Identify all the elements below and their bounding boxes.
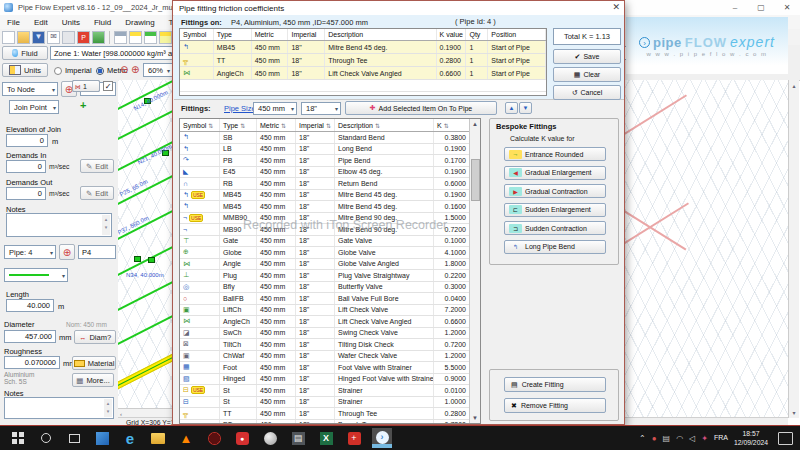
gray-app-icon[interactable] xyxy=(260,428,280,448)
pipe-items-checkbox[interactable]: ✓ xyxy=(103,81,113,91)
save-button[interactable]: ✔ Save xyxy=(553,49,621,64)
tray-recorder-icon[interactable]: ● xyxy=(652,434,657,443)
fitting-row[interactable]: ▣ USE ChWaf 450 mm 18" Wafer Check Valve… xyxy=(180,351,480,363)
task-view-button[interactable] xyxy=(64,428,84,448)
col-imperial[interactable]: Imperial⇅ xyxy=(296,119,335,131)
book-app-icon[interactable]: ▤ xyxy=(288,428,308,448)
fitting-row[interactable]: ◪ USE SwCh 450 mm 18" Swing Check Valve … xyxy=(180,328,480,340)
photos-app-icon[interactable] xyxy=(92,428,112,448)
save-file-icon[interactable]: ▼ xyxy=(32,31,45,44)
menu-item[interactable]: File xyxy=(0,18,27,27)
menu-item[interactable]: Edit xyxy=(27,18,55,27)
join-point-select[interactable]: Join Point▾ xyxy=(9,100,59,114)
fitting-on-row[interactable]: ⋈ AngleCh 450 mm 18" Lift Check Valve An… xyxy=(180,67,546,80)
pipe-table-icon[interactable] xyxy=(144,31,157,44)
demands-out-input[interactable]: 0 xyxy=(6,187,46,200)
sudden-contraction-button[interactable]: ⊐ Sudden Contraction xyxy=(504,221,606,235)
fitting-row[interactable]: ⊕ USE Globe 450 mm 18" Globe Valve 4.100… xyxy=(180,247,480,259)
pipe-style-select[interactable]: ▾ xyxy=(4,268,68,282)
roughness-input[interactable]: 0.070000 xyxy=(4,356,60,369)
cortana-search-button[interactable] xyxy=(36,428,56,448)
clear-button[interactable]: ▦ Clear xyxy=(553,67,621,82)
dialog-close-icon[interactable]: ✕ xyxy=(612,2,620,12)
pipe-notes-scroll[interactable]: ▴▾ xyxy=(104,399,112,417)
fitting-row[interactable]: ▣ USE LiftCh 450 mm 18" Lift Check Valve… xyxy=(180,305,480,317)
fitting-row[interactable]: ⊠ USE TiltCh 450 mm 18" Tilting Disk Che… xyxy=(180,339,480,351)
cancel-button[interactable]: ↺ Cancel xyxy=(553,85,621,100)
scroll-left-icon[interactable]: ‹ xyxy=(120,411,122,417)
pdf-export-icon[interactable]: P xyxy=(77,31,90,44)
imperial-size-select[interactable]: 18"▾ xyxy=(301,102,341,115)
more-button[interactable]: ▦ More... xyxy=(72,373,114,387)
fitting-row[interactable]: ▦ USE Foot 450 mm 18" Foot Valve with St… xyxy=(180,362,480,374)
scroll-up-icon[interactable]: ▴ xyxy=(789,82,799,89)
tray-color-icon[interactable]: ✦ xyxy=(701,434,708,443)
fitting-row[interactable]: ⋈ USE Angle 450 mm 18" Globe Valve Angle… xyxy=(180,259,480,271)
fitting-row[interactable]: ▧ USE Hinged 450 mm 18" Hinged Foot Valv… xyxy=(180,374,480,386)
fitting-row[interactable]: ⋈ USE AngleCh 450 mm 18" Lift Check Valv… xyxy=(180,316,480,328)
new-file-icon[interactable] xyxy=(2,31,15,44)
demands-out-edit-button[interactable]: ✎ Edit xyxy=(80,186,114,200)
remove-fitting-button[interactable]: ✖ Remove Fitting xyxy=(504,398,606,413)
fitting-row[interactable]: ↰ USE MB45 450 mm 18" Mitre Bend 45 deg.… xyxy=(180,201,480,213)
volume-icon[interactable]: ◁ xyxy=(689,434,695,443)
fitting-row[interactable]: ○ USE BallFB 450 mm 18" Ball Valve Full … xyxy=(180,293,480,305)
pipe-size-link[interactable]: Pipe Size xyxy=(224,104,256,113)
scroll-down-icon[interactable]: ▼ xyxy=(470,415,480,421)
internet-explorer-icon[interactable]: e xyxy=(120,428,140,448)
node-marker[interactable] xyxy=(148,257,155,263)
print-icon[interactable] xyxy=(62,31,75,44)
fitting-row[interactable]: ↰ USE SB 450 mm 18" Standard Bend 0.3800 xyxy=(180,132,480,144)
language-indicator[interactable]: FRA xyxy=(714,433,728,442)
notes-textarea[interactable]: ▴▾ xyxy=(6,213,112,237)
file-explorer-icon[interactable] xyxy=(148,428,168,448)
toolbar-separator[interactable] xyxy=(109,31,110,44)
col-description[interactable]: Description⇅ xyxy=(335,119,434,131)
fitting-row[interactable]: ╦ USE BT 450 mm 18" Branch Tee 0.7200 xyxy=(180,420,480,425)
demands-in-input[interactable]: 0 xyxy=(6,160,46,173)
pipe-name-input[interactable]: P4 xyxy=(78,245,116,259)
col-k[interactable]: K⇅ xyxy=(434,119,470,131)
close-button[interactable]: ✕ xyxy=(774,0,800,15)
wifi-icon[interactable]: ◠ xyxy=(676,434,683,443)
scrollbar-thumb[interactable] xyxy=(471,159,480,201)
fitting-row[interactable]: ◎ USE Bfly 450 mm 18" Butterfly Valve 0.… xyxy=(180,282,480,294)
pipe-crosshair-button[interactable]: ⊕ xyxy=(59,244,75,260)
screen-recorder-icon[interactable]: ● xyxy=(232,428,252,448)
shield-app-icon[interactable]: + xyxy=(344,428,364,448)
col-metric[interactable]: Metric⇅ xyxy=(257,119,296,131)
elevation-input[interactable]: 0 xyxy=(6,134,48,147)
length-input[interactable]: 40.000 xyxy=(6,299,54,312)
minimize-button[interactable]: – xyxy=(722,0,748,15)
clock[interactable]: 18:57 12/09/2024 xyxy=(734,429,768,447)
vlc-icon[interactable]: ▲ xyxy=(176,428,196,448)
create-fitting-button[interactable]: ▤ Create Fitting xyxy=(504,377,606,392)
imperial-radio[interactable]: Imperial xyxy=(54,66,92,75)
long-pipe-bend-button[interactable]: ↰ Long Pipe Bend xyxy=(504,240,606,254)
open-file-icon[interactable] xyxy=(17,31,30,44)
add-fitting-button[interactable]: ✚ Add Selected Item On To Pipe xyxy=(345,101,497,115)
node-table-icon[interactable] xyxy=(159,31,172,44)
fitting-row[interactable]: ↰ USE LB 450 mm 18" Long Bend 0.1900 xyxy=(180,144,480,156)
tray-chevron-icon[interactable]: ⌃ xyxy=(639,434,646,443)
image-export-icon[interactable] xyxy=(92,31,105,44)
metric-size-select[interactable]: 450 mm▾ xyxy=(253,102,297,115)
fitting-row[interactable]: ⊟ USE St 450 mm 18" Strainer 0.0100 xyxy=(180,385,480,397)
canvas-vertical-scrollbar[interactable]: ▴ ▾ xyxy=(788,80,799,418)
fitting-row[interactable]: ∩ USE RB 450 mm 18" Return Bend 0.6000 xyxy=(180,178,480,190)
start-button[interactable] xyxy=(8,428,28,448)
units-button[interactable]: Units xyxy=(2,63,48,77)
menu-item[interactable]: Units xyxy=(55,18,87,27)
fluid-table-icon[interactable] xyxy=(129,31,142,44)
material-button[interactable]: Material xyxy=(72,356,116,370)
notes-scroll[interactable]: ▴▾ xyxy=(102,215,110,235)
pipe-items-button[interactable]: ⋈ 1 xyxy=(72,80,100,92)
pipe-flow-expert-taskbar-icon[interactable]: › xyxy=(372,428,392,448)
excel-icon[interactable]: X xyxy=(316,428,336,448)
scroll-up-icon[interactable]: ▲ xyxy=(470,121,480,127)
fitting-row[interactable]: ⊥ USE Plug 450 mm 18" Plug Valve Straigh… xyxy=(180,270,480,282)
maximize-button[interactable]: ▢ xyxy=(748,0,774,15)
fitting-on-row[interactable]: ↰ MB45 450 mm 18" Mitre Bend 45 deg. 0.1… xyxy=(180,41,546,54)
fitting-on-row[interactable]: ╦ TT 450 mm 18" Through Tee 0.2800 1 Sta… xyxy=(180,54,546,67)
tray-device-icon[interactable]: ▤ xyxy=(663,434,671,443)
